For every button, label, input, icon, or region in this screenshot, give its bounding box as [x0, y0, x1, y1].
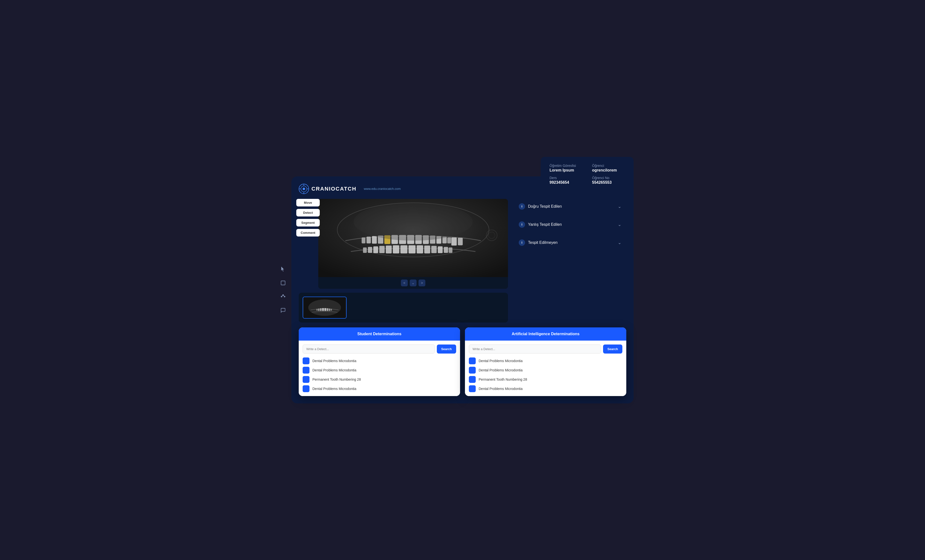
lesson-value: 992345654 — [550, 180, 582, 185]
accordion-missed-label: Tespit Edilmeyen — [528, 241, 557, 245]
thumb-xray — [303, 297, 346, 318]
svg-rect-34 — [386, 245, 392, 253]
svg-rect-15 — [362, 237, 365, 243]
header-url: www.edu.craniocatch.com — [364, 187, 401, 191]
tool-buttons: Move Detect Segment Comment — [296, 199, 320, 236]
svg-rect-28 — [447, 237, 451, 243]
svg-rect-56 — [327, 308, 328, 311]
nav-down-button[interactable]: ⌄ — [410, 280, 417, 286]
lesson-label: Ders — [550, 176, 582, 180]
svg-rect-42 — [444, 247, 448, 253]
ai-checkbox-1[interactable] — [469, 357, 476, 364]
list-item: Dental Problems Microdontia — [469, 367, 622, 373]
svg-line-5 — [283, 295, 285, 297]
student-label: Öğrenci — [592, 164, 625, 168]
ai-card-header: Artificial Intelligence Determinations — [465, 327, 626, 340]
student-det-list: Dental Problems Microdontia Dental Probl… — [303, 357, 456, 392]
info-card: Öğretim Görevlisi Lorem Ipsum Öğrenci og… — [541, 157, 634, 191]
ai-card-title: Artificial Intelligence Determinations — [512, 332, 579, 336]
svg-rect-52 — [318, 309, 319, 311]
logo-icon — [299, 184, 309, 194]
student-checkbox-1[interactable] — [303, 357, 309, 364]
svg-rect-43 — [449, 247, 452, 253]
thumbnail-area — [299, 293, 508, 322]
ai-checkbox-2[interactable] — [469, 367, 476, 373]
student-value: ogrencilorem — [592, 168, 625, 173]
bottom-cards: Student Determinations Search Dental Pro… — [299, 327, 626, 396]
student-item-1: Dental Problems Microdontia — [312, 359, 356, 363]
accordion-correct-label: Doğru Tespit Edilen — [528, 204, 562, 209]
detect-button[interactable]: Detect — [296, 209, 320, 217]
student-checkbox-3[interactable] — [303, 376, 309, 383]
ai-det-list: Dental Problems Microdontia Dental Probl… — [469, 357, 622, 392]
svg-rect-32 — [373, 246, 378, 253]
ai-checkbox-3[interactable] — [469, 376, 476, 383]
thumbnail-image[interactable] — [303, 297, 346, 319]
xray-image — [318, 199, 508, 277]
student-search-button[interactable]: Search — [437, 345, 456, 354]
svg-rect-41 — [438, 246, 443, 253]
ai-search-input[interactable] — [469, 345, 601, 354]
list-item: Dental Problems Microdontia — [303, 367, 456, 373]
ai-card: Artificial Intelligence Determinations S… — [465, 327, 626, 396]
svg-rect-58 — [331, 309, 332, 310]
accordion-wrong-label: Yanlış Tespit Edilen — [528, 222, 562, 227]
list-item: Dental Problems Microdontia — [303, 385, 456, 392]
svg-rect-39 — [424, 245, 430, 253]
segment-button[interactable]: Segment — [296, 219, 320, 226]
svg-rect-37 — [408, 245, 416, 253]
teacher-label: Öğretim Görevlisi — [550, 164, 582, 168]
accordion-missed[interactable]: i Tespit Edilmeyen ⌄ — [514, 235, 626, 250]
accordion-info-icon-1: i — [519, 203, 525, 210]
segment-icon[interactable] — [279, 292, 288, 301]
student-item-4: Dental Problems Microdontia — [312, 387, 356, 391]
content-area: Move Detect Segment Comment — [299, 199, 626, 322]
svg-point-48 — [354, 203, 473, 241]
svg-rect-57 — [329, 309, 330, 311]
student-card-header: Student Determinations — [299, 327, 460, 340]
student-no-value: 554265553 — [592, 180, 625, 185]
svg-rect-16 — [366, 236, 371, 243]
svg-rect-38 — [417, 245, 423, 253]
xray-container: < ⌄ > — [318, 199, 508, 289]
comment-icon[interactable] — [279, 306, 288, 315]
xray-svg — [318, 199, 508, 277]
student-search-row: Search — [303, 345, 456, 354]
student-no-label: Öğrenci No — [592, 176, 625, 180]
move-button[interactable]: Move — [296, 199, 320, 206]
student-checkbox-4[interactable] — [303, 385, 309, 392]
ai-search-button[interactable]: Search — [603, 345, 622, 354]
rectangle-icon[interactable] — [279, 278, 288, 288]
right-panel: i Doğru Tespit Edilen ⌄ i Yanlış Tespit … — [514, 199, 626, 322]
svg-rect-45 — [458, 238, 463, 245]
ai-checkbox-4[interactable] — [469, 385, 476, 392]
cursor-icon[interactable] — [279, 265, 288, 274]
ai-search-row: Search — [469, 345, 622, 354]
nav-right-button[interactable]: > — [419, 280, 425, 286]
ai-item-4: Dental Problems Microdontia — [479, 387, 523, 391]
svg-rect-55 — [324, 308, 326, 310]
nav-left-button[interactable]: < — [401, 280, 408, 286]
svg-point-8 — [303, 188, 305, 190]
accordion-wrong[interactable]: i Yanlış Tespit Edilen ⌄ — [514, 217, 626, 232]
svg-point-50 — [308, 299, 341, 316]
accordion-correct[interactable]: i Doğru Tespit Edilen ⌄ — [514, 199, 626, 214]
student-card-body: Search Dental Problems Microdontia Denta… — [299, 340, 460, 396]
student-search-input[interactable] — [303, 345, 435, 354]
chevron-down-icon-1: ⌄ — [618, 204, 621, 209]
left-sidebar — [279, 265, 288, 315]
student-card: Student Determinations Search Dental Pro… — [299, 327, 460, 396]
svg-rect-33 — [379, 246, 384, 253]
list-item: Dental Problems Microdontia — [303, 357, 456, 364]
svg-rect-51 — [316, 309, 318, 310]
svg-rect-40 — [431, 246, 437, 253]
ai-item-2: Dental Problems Microdontia — [479, 368, 523, 372]
comment-button[interactable]: Comment — [296, 229, 320, 236]
student-card-title: Student Determinations — [357, 332, 401, 336]
student-checkbox-2[interactable] — [303, 367, 309, 373]
student-item-3: Permanent Tooth Numbering 28 — [312, 378, 361, 381]
student-item-2: Dental Problems Microdontia — [312, 368, 356, 372]
svg-rect-31 — [368, 247, 372, 253]
logo-area: CranioCatch — [299, 184, 356, 194]
xray-panel: Move Detect Segment Comment — [299, 199, 508, 322]
